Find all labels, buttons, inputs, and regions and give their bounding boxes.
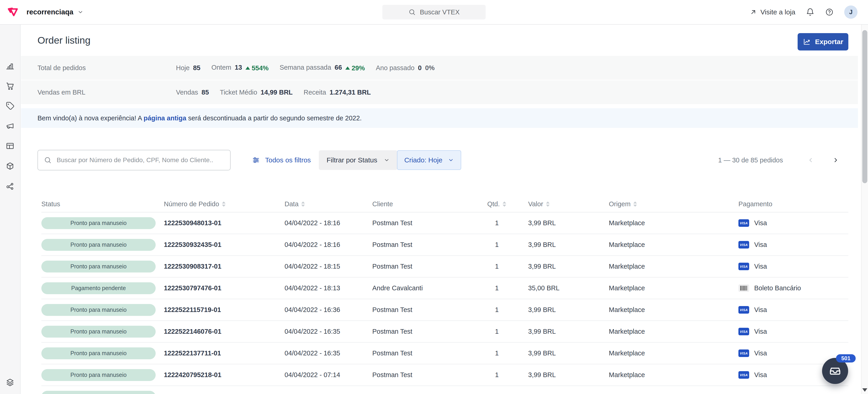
pagination: 1 — 30 de 85 pedidos [718, 150, 845, 170]
status-badge: Pronto para manuseio [41, 239, 156, 251]
orders-table: Status Número de Pedido Data Cliente Qtd… [41, 196, 848, 394]
all-filters-button[interactable]: Todos os filtros [252, 150, 311, 170]
order-search-box [37, 150, 230, 170]
order-number: 1222420795218-01 [164, 371, 284, 379]
order-qty: 1 [487, 350, 528, 357]
order-value: 3,99 BRL [528, 241, 609, 249]
bar-chart-icon[interactable] [5, 61, 14, 70]
column-header-date[interactable]: Data [284, 200, 372, 208]
order-qty: 1 [487, 284, 528, 292]
sales-stat-label: Vendas em BRL [37, 89, 176, 96]
column-header-qty[interactable]: Qtd. [487, 200, 528, 208]
sort-icon [502, 201, 506, 207]
vtex-admin-orders-page: recorrenciaqa Buscar VTEX Visite a loja [0, 0, 868, 394]
stats-summary: Total de pedidos Hoje 85 Ontem 13 554% S… [21, 56, 858, 105]
previous-page-button[interactable] [801, 157, 820, 164]
user-avatar[interactable]: J [844, 5, 858, 19]
order-date: 04/04/2022 - 18:13 [284, 284, 372, 292]
table-row[interactable]: Pronto para manuseio 1222530948013-01 04… [41, 212, 848, 234]
topbar-right: Visite a loja J [750, 5, 858, 19]
payment-label: Boleto Bancário [754, 284, 801, 292]
order-value: 3,99 BRL [528, 263, 609, 270]
table-row[interactable]: Pronto para manuseio 1222530932435-01 04… [41, 234, 848, 256]
welcome-banner: Bem vindo(a) à nova experiência! A págin… [21, 108, 858, 128]
order-client: Postman Test [372, 371, 487, 379]
search-icon [408, 8, 416, 16]
avatar-initial: J [849, 9, 852, 16]
status-badge: Pronto para manuseio [41, 261, 156, 272]
sort-icon [222, 201, 225, 207]
metric-avg-ticket: Ticket Médio 14,99 BRL [220, 89, 293, 96]
status-badge: Pronto para manuseio [41, 348, 156, 359]
visa-icon: VISA [738, 328, 749, 335]
column-header-order-number[interactable]: Número de Pedido [164, 200, 284, 208]
order-search-input[interactable] [56, 156, 224, 164]
table-row[interactable] [41, 386, 848, 394]
table-row[interactable]: Pronto para manuseio 1222420795218-01 04… [41, 364, 848, 386]
package-icon[interactable] [5, 162, 14, 171]
old-page-link[interactable]: página antiga [144, 114, 186, 122]
column-header-value[interactable]: Valor [528, 200, 609, 208]
all-filters-label: Todos os filtros [265, 156, 311, 164]
layers-icon[interactable] [5, 378, 14, 387]
order-number: 1222522115719-01 [164, 306, 284, 314]
bell-icon[interactable] [806, 8, 814, 17]
order-qty: 1 [487, 306, 528, 314]
table-row[interactable]: Pagamento pendente 1222530797476-01 04/0… [41, 277, 848, 299]
column-header-status: Status [41, 200, 164, 208]
status-badge: Pagamento pendente [41, 282, 156, 294]
layout-icon[interactable] [5, 141, 14, 151]
order-origin: Marketplace [609, 350, 731, 357]
scrollbar-down-arrow-icon[interactable] [862, 388, 867, 392]
page-title: Order listing [37, 35, 91, 46]
up-arrow-icon [345, 66, 350, 70]
visit-store-link[interactable]: Visite a loja [750, 8, 795, 16]
order-number: 1222530908317-01 [164, 263, 284, 270]
scrollbar-thumb[interactable] [862, 30, 867, 183]
column-header-payment: Pagamento [731, 200, 848, 208]
banner-text: será descontinuada a partir do segundo s… [186, 114, 362, 122]
sales-stat-row: Vendas em BRL Vendas 85 Ticket Médio 14,… [21, 80, 858, 104]
arrow-up-right-icon [750, 9, 757, 15]
share-icon[interactable] [5, 182, 14, 191]
export-button[interactable]: Exportar [798, 33, 848, 51]
search-icon [44, 156, 52, 164]
megaphone-icon[interactable] [5, 122, 14, 131]
table-row[interactable]: Pronto para manuseio 1222522115719-01 04… [41, 299, 848, 321]
chevron-down-icon [448, 157, 454, 163]
up-arrow-icon [245, 66, 250, 70]
order-date: 04/04/2022 - 16:36 [284, 306, 372, 314]
status-filter-dropdown[interactable]: Filtrar por Status [319, 150, 397, 170]
table-row[interactable]: Pronto para manuseio 1222522146076-01 04… [41, 321, 848, 342]
column-header-origin[interactable]: Origem [609, 200, 731, 208]
next-page-button[interactable] [827, 157, 845, 164]
payment-label: Visa [754, 350, 767, 357]
account-switcher[interactable]: recorrenciaqa [27, 8, 84, 16]
order-client: Postman Test [372, 306, 487, 314]
status-filter-label: Filtrar por Status [327, 156, 377, 164]
order-date: 04/04/2022 - 16:35 [284, 350, 372, 357]
tag-icon[interactable] [5, 101, 14, 110]
global-search[interactable]: Buscar VTEX [382, 5, 486, 20]
visa-icon: VISA [738, 241, 749, 249]
chevron-down-icon [78, 9, 84, 15]
status-badge: Pronto para manuseio [41, 369, 156, 381]
sort-icon [633, 201, 637, 207]
order-client: Postman Test [372, 328, 487, 335]
metric-yesterday: Ontem 13 554% [211, 64, 269, 72]
table-row[interactable]: Pronto para manuseio 1222522137711-01 04… [41, 342, 848, 364]
order-origin: Marketplace [609, 284, 731, 292]
shopping-cart-icon[interactable] [5, 81, 14, 91]
help-icon[interactable] [825, 8, 834, 17]
payment-label: Visa [754, 241, 767, 249]
created-filter-dropdown[interactable]: Criado: Hoje [397, 150, 461, 170]
global-search-label: Buscar VTEX [420, 8, 460, 16]
table-row[interactable]: Pronto para manuseio 1222530908317-01 04… [41, 256, 848, 277]
page-scrollbar[interactable] [861, 25, 868, 394]
order-value: 3,99 BRL [528, 350, 609, 357]
chevron-down-icon [384, 157, 390, 163]
visa-icon: VISA [738, 371, 749, 379]
topbar: recorrenciaqa Buscar VTEX Visite a loja [0, 0, 868, 25]
order-origin: Marketplace [609, 371, 731, 379]
order-date: 04/04/2022 - 07:14 [284, 371, 372, 379]
